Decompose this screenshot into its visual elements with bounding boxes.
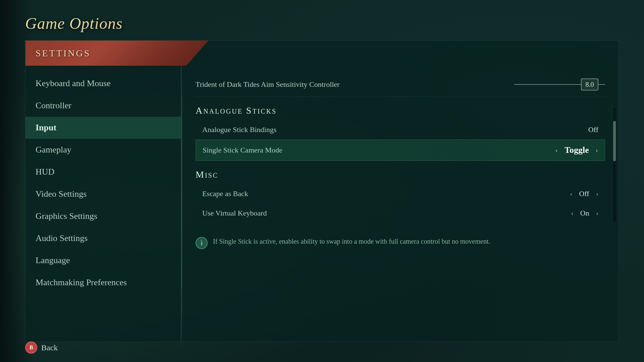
settings-header-title: Settings [36, 48, 91, 59]
sidebar-item-keyboard-mouse[interactable]: Keyboard and Mouse [25, 72, 181, 95]
sidebar-item-input[interactable]: Input [25, 117, 181, 139]
slider-track-container[interactable]: 8.0 [514, 78, 605, 90]
virtual-keyboard-arrow-left[interactable]: ‹ [571, 209, 573, 218]
single-stick-value-container: ‹ Toggle › [555, 145, 598, 155]
virtual-keyboard-value-container: ‹ On › [571, 209, 598, 218]
escape-back-arrow-right[interactable]: › [596, 189, 598, 198]
sidebar-item-controller[interactable]: Controller [25, 95, 181, 117]
escape-back-arrow-left[interactable]: ‹ [570, 189, 572, 198]
single-stick-arrow-right[interactable]: › [596, 146, 598, 155]
main-panel: Settings Keyboard and Mouse Controller I… [25, 40, 619, 342]
virtual-keyboard-arrow-right[interactable]: › [596, 209, 598, 218]
sidebar: Keyboard and Mouse Controller Input Game… [25, 66, 181, 342]
settings-header: Settings [25, 41, 208, 66]
setting-row-virtual-keyboard: Use Virtual Keyboard ‹ On › [196, 203, 605, 223]
single-stick-arrow-left[interactable]: ‹ [555, 146, 558, 155]
section-heading-misc: Misc [196, 169, 605, 180]
slider-end-line [598, 84, 605, 85]
setting-row-escape-back: Escape as Back ‹ Off › [196, 184, 605, 203]
slider-track[interactable] [514, 84, 581, 85]
escape-back-label: Escape as Back [202, 189, 570, 198]
analogue-bindings-value: Off [588, 125, 598, 134]
slider-row-trident: Trident of Dark Tides Aim Sensitivity Co… [196, 72, 605, 97]
sidebar-item-matchmaking[interactable]: Matchmaking Preferences [25, 272, 181, 294]
escape-back-value: Off [579, 189, 589, 198]
escape-back-value-container: ‹ Off › [570, 189, 598, 198]
slider-label-trident: Trident of Dark Tides Aim Sensitivity Co… [196, 80, 514, 89]
content-area: Trident of Dark Tides Aim Sensitivity Co… [182, 66, 619, 342]
sidebar-item-graphics-settings[interactable]: Graphics Settings [25, 205, 181, 227]
virtual-keyboard-value: On [580, 209, 589, 218]
sidebar-item-hud[interactable]: HUD [25, 161, 181, 183]
back-button-label: Back [41, 343, 58, 352]
back-button-icon: B [25, 342, 37, 354]
sidebar-item-gameplay[interactable]: Gameplay [25, 139, 181, 161]
sidebar-item-audio-settings[interactable]: Audio Settings [25, 227, 181, 249]
back-button[interactable]: B Back [25, 342, 58, 354]
setting-row-analogue-bindings: Analogue Stick Bindings Off [196, 120, 605, 139]
virtual-keyboard-label: Use Virtual Keyboard [202, 209, 571, 218]
single-stick-value: Toggle [565, 145, 589, 155]
single-stick-label: Single Stick Camera Mode [203, 146, 555, 155]
sidebar-item-language[interactable]: Language [25, 249, 181, 272]
section-heading-analogue-sticks: Analogue Sticks [196, 105, 605, 116]
slider-value-bubble: 8.0 [581, 78, 598, 90]
analogue-bindings-label: Analogue Stick Bindings [202, 125, 588, 134]
sidebar-item-video-settings[interactable]: Video Settings [25, 183, 181, 205]
info-box: i If Single Stick is active, enables abi… [196, 233, 605, 252]
info-icon: i [196, 237, 208, 249]
setting-row-single-stick[interactable]: Single Stick Camera Mode ‹ Toggle › [196, 139, 605, 161]
scroll-thumb [613, 121, 616, 161]
info-text: If Single Stick is active, enables abili… [213, 236, 490, 246]
scroll-indicator[interactable] [613, 108, 616, 222]
page-title: Game Options [25, 14, 123, 33]
